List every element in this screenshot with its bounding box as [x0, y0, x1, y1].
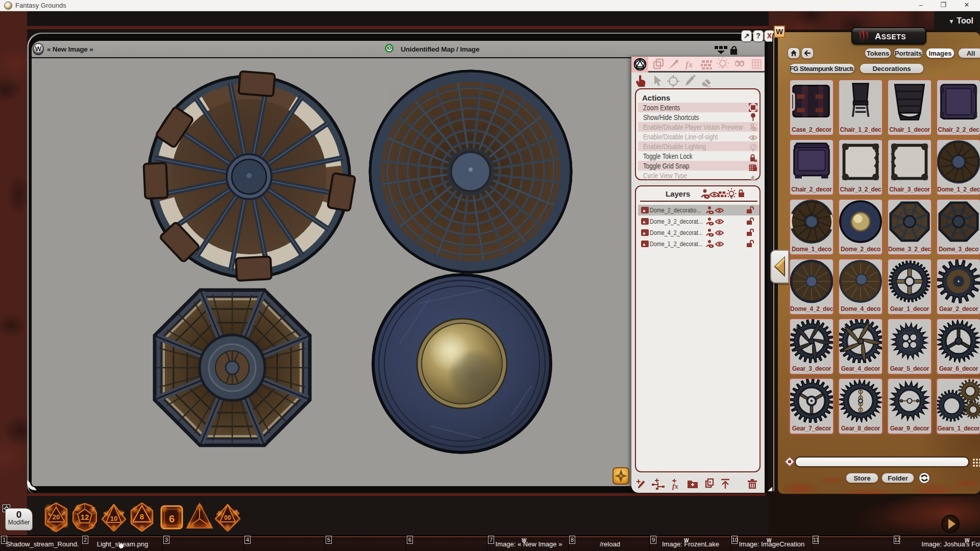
svg-text:fx: fx [685, 60, 693, 69]
svg-text:20: 20 [53, 513, 60, 521]
svg-text:10: 10 [110, 515, 117, 522]
svg-text:6: 6 [169, 513, 175, 524]
svg-text:12: 12 [81, 513, 89, 521]
svg-text:8: 8 [140, 512, 144, 521]
svg-text:00: 00 [224, 514, 231, 521]
svg-text:fx: fx [672, 483, 678, 490]
